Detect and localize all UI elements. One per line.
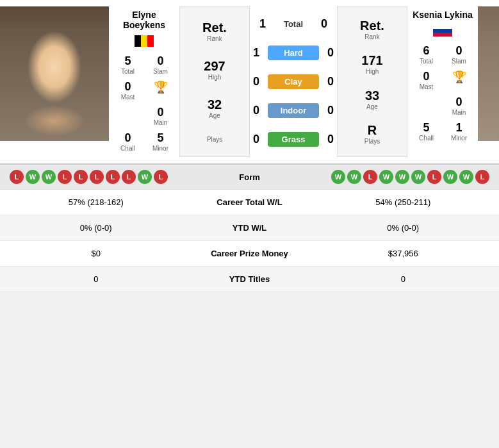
slam-value-left: 0	[147, 54, 174, 68]
stats-cell-center: Career Total W/L	[192, 192, 307, 212]
chall-value-left: 0	[114, 131, 142, 145]
indoor-score-left: 0	[250, 104, 263, 117]
stats-cell-left: 0% (0-0)	[0, 218, 192, 238]
compare-row-grass: 0 Grass 0	[250, 128, 337, 151]
form-pills-right: WWLWWWLWWL	[282, 170, 490, 184]
player-name-left: Elyne Boeykens	[112, 10, 176, 30]
clay-score-left: 0	[250, 75, 263, 88]
form-label: Form	[218, 172, 282, 182]
rank-label-left: Rank	[207, 35, 222, 42]
stats-row: 57% (218-162)Career Total W/L54% (250-21…	[0, 190, 499, 215]
form-pill-left: L	[74, 170, 88, 184]
form-section: LWWLLLLLWL Form WWLWWWLWWL	[0, 163, 499, 189]
age-stat-right: 33 Age	[341, 88, 404, 110]
chall-label-right: Chall	[413, 135, 440, 142]
minor-block-left: 5 Minor	[145, 129, 176, 154]
grass-score-right: 0	[324, 133, 337, 146]
indoor-score-right: 0	[324, 104, 337, 117]
main-label-left: Main	[147, 119, 174, 126]
main-value-right: 0	[445, 95, 473, 109]
form-pill-right: L	[427, 170, 441, 184]
stats-cell-left: $0	[0, 244, 192, 263]
age-label-right: Age	[366, 103, 378, 110]
center-section: 1 Total 0 1 Hard 0 0 Clay 0 0 Indoor 0 0	[250, 6, 337, 157]
stats-cell-center: YTD Titles	[192, 269, 307, 289]
plays-stat-left: Plays	[183, 136, 246, 143]
form-pill-left: L	[106, 170, 120, 184]
age-label-left: Age	[209, 112, 220, 119]
clay-score-right: 0	[324, 75, 337, 88]
stats-table: 57% (218-162)Career Total W/L54% (250-21…	[0, 189, 499, 292]
stats-cell-right: 54% (250-211)	[307, 192, 500, 212]
flag-left	[135, 35, 154, 47]
form-pill-left: W	[26, 170, 40, 184]
minor-label-left: Minor	[147, 145, 174, 152]
hard-badge: Hard	[268, 46, 319, 60]
form-pill-right: W	[395, 170, 409, 184]
total-label-right: Total	[413, 58, 440, 65]
stats-grid-left: 5 Total 0 Slam 0 Mast 🏆 0 Main	[112, 53, 176, 154]
middle-stats-right: Ret. Rank 171 High 33 Age R Plays	[337, 6, 407, 157]
slam-block-left: 0 Slam	[145, 53, 176, 77]
stats-cell-right: 0% (0-0)	[307, 218, 500, 238]
slam-block-right: 0 Slam	[443, 42, 475, 67]
grass-badge: Grass	[268, 132, 319, 147]
form-pill-right: L	[475, 170, 489, 184]
form-pill-right: W	[443, 170, 457, 184]
plays-stat-right: R Plays	[341, 123, 404, 145]
age-value-left: 32	[208, 97, 222, 112]
stats-row: 0YTD Titles0	[0, 267, 499, 292]
rank-stat-right: Ret. Rank	[341, 19, 404, 40]
chall-label-left: Chall	[114, 145, 142, 152]
grass-score-left: 0	[250, 133, 263, 146]
stats-cell-left: 57% (218-162)	[0, 192, 192, 212]
main-value-left: 0	[147, 106, 174, 119]
form-pill-left: L	[10, 170, 24, 184]
rank-value-right: Ret.	[360, 19, 384, 33]
form-pill-right: W	[331, 170, 345, 184]
high-stat-right: 171 High	[341, 53, 404, 75]
form-pill-right: W	[347, 170, 361, 184]
form-pill-right: L	[363, 170, 377, 184]
compare-row-indoor: 0 Indoor 0	[250, 99, 337, 122]
high-value-right: 171	[361, 53, 382, 68]
stats-row: $0Career Prize Money$37,956	[0, 241, 499, 267]
total-value-right: 6	[413, 44, 440, 58]
trophy-icon-right: 🏆	[452, 71, 466, 83]
main-block-right: 0 Main	[443, 94, 475, 118]
chall-block-left: 0 Chall	[112, 129, 143, 154]
total-block-right: 6 Total	[411, 42, 442, 67]
player-name-right: Ksenia Lykina	[413, 10, 473, 20]
rank-value-left: Ret.	[202, 21, 227, 35]
indoor-badge: Indoor	[268, 103, 319, 118]
slam-label-left: Slam	[147, 68, 174, 75]
player-info-left: Elyne Boeykens 5 Total 0 Slam 0 Mast	[109, 6, 179, 157]
stats-grid-right: 6 Total 0 Slam 0 Mast 🏆 0 Main	[411, 42, 475, 144]
form-pill-left: L	[122, 170, 136, 184]
stats-row: 0% (0-0)YTD W/L0% (0-0)	[0, 215, 499, 241]
mast-block-left: 0 Mast	[112, 78, 143, 103]
stats-cell-center: YTD W/L	[192, 218, 307, 238]
minor-label-right: Minor	[445, 135, 473, 142]
stats-cell-right: $37,956	[307, 244, 500, 263]
flag-right	[433, 25, 452, 37]
minor-block-right: 1 Minor	[443, 119, 475, 144]
mast-block-right: 0 Mast	[411, 68, 442, 92]
high-stat-left: 297 High	[183, 59, 246, 81]
total-label: Total	[274, 19, 313, 29]
form-pill-right: W	[379, 170, 393, 184]
trophy-block-right: 🏆	[443, 68, 475, 92]
trophy-icon-left: 🏆	[154, 81, 168, 94]
slam-value-right: 0	[445, 44, 473, 58]
plays-value-right: R	[368, 123, 377, 138]
trophy-block-left: 🏆	[145, 78, 176, 103]
form-pill-left: L	[154, 170, 168, 184]
form-pill-right: W	[459, 170, 473, 184]
stats-cell-left: 0	[0, 269, 192, 289]
form-pills-left: LWWLLLLLWL	[10, 170, 218, 184]
player-photo-left	[0, 6, 109, 141]
minor-value-left: 5	[147, 131, 174, 145]
middle-stats-left: Ret. Rank 297 High 32 Age Plays	[179, 6, 250, 157]
form-pill-left: L	[90, 170, 104, 184]
clay-badge: Clay	[268, 74, 319, 89]
